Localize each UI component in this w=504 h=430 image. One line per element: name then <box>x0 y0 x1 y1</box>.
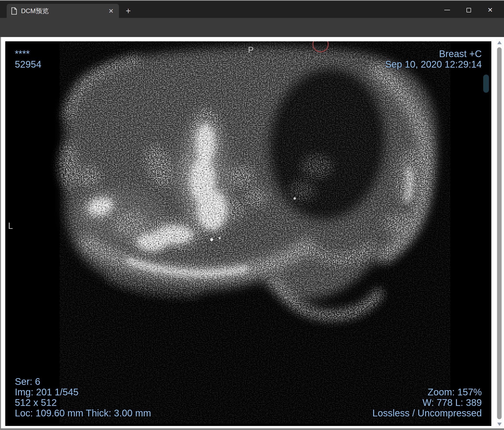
scrollbar-up-arrow-icon[interactable] <box>497 41 502 44</box>
compression-info: Lossless / Uncompressed <box>372 408 482 418</box>
window-level: W: 778 L: 389 <box>372 397 482 408</box>
maximize-icon <box>467 8 471 12</box>
patient-name-masked: **** <box>15 48 41 59</box>
scrollbar-thumb[interactable] <box>497 47 502 419</box>
tab-dcm-preview[interactable]: DCM预览 ✕ <box>7 4 119 18</box>
browser-window: DCM预览 ✕ + ✕ <box>0 0 504 430</box>
window-border-bottom <box>0 428 504 430</box>
minimize-button[interactable] <box>440 5 454 15</box>
page-background: **** 52954 Breast +C Sep 10, 2020 12:29:… <box>1 37 504 428</box>
maximize-button[interactable] <box>461 5 476 15</box>
study-description: Breast +C <box>385 48 482 59</box>
slice-location: Loc: 109.60 mm Thick: 3.00 mm <box>15 408 151 418</box>
overlay-study-block: Breast +C Sep 10, 2020 12:29:14 <box>385 48 482 70</box>
overlay-patient-block: **** 52954 <box>15 48 41 70</box>
image-number: Img: 201 1/545 <box>15 387 151 397</box>
new-tab-button[interactable]: + <box>123 6 134 17</box>
minimize-icon <box>444 10 450 10</box>
orientation-marker-posterior: P <box>248 45 254 55</box>
overlay-series-block: Ser: 6 Img: 201 1/545 512 x 512 Loc: 109… <box>15 376 151 418</box>
study-datetime: Sep 10, 2020 12:29:14 <box>385 59 482 70</box>
titlebar: DCM预览 ✕ + ✕ <box>0 1 504 18</box>
tab-title: DCM预览 <box>21 7 100 15</box>
page-scrollbar[interactable] <box>496 39 503 428</box>
overlay-display-block: Zoom: 157% W: 778 L: 389 Lossless / Unco… <box>372 387 482 418</box>
viewer-scrollbar-thumb[interactable] <box>483 74 489 93</box>
mri-image <box>5 41 491 426</box>
orientation-marker-left: L <box>8 221 13 231</box>
matrix-size: 512 x 512 <box>15 397 151 408</box>
document-icon <box>11 7 17 15</box>
patient-id: 52954 <box>15 59 41 70</box>
series-number: Ser: 6 <box>15 376 151 387</box>
zoom-level: Zoom: 157% <box>372 387 482 397</box>
dicom-canvas[interactable]: **** 52954 Breast +C Sep 10, 2020 12:29:… <box>5 41 491 426</box>
window-close-button[interactable]: ✕ <box>483 5 497 15</box>
scrollbar-down-arrow-icon[interactable] <box>497 423 502 426</box>
tab-close-icon[interactable]: ✕ <box>107 7 115 15</box>
toolbar: https://file.kkview.cn/onlinePreview?url… <box>0 18 504 37</box>
